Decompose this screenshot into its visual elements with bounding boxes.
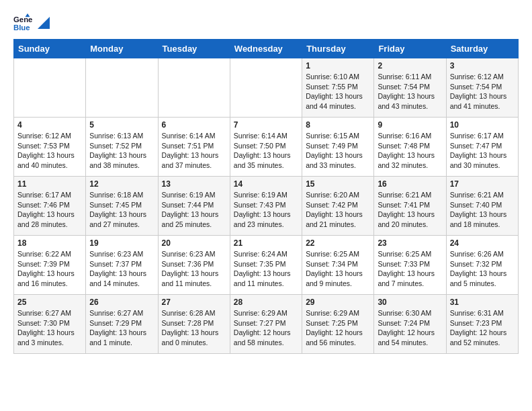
calendar-cell [14,58,86,118]
day-number: 31 [450,298,515,307]
header-tuesday: Tuesday [158,40,230,58]
day-info: Sunrise: 6:31 AMSunset: 7:23 PMDaylight:… [450,308,515,348]
day-info: Sunrise: 6:14 AMSunset: 7:50 PMDaylight:… [234,131,298,171]
day-number: 14 [234,179,298,189]
day-info: Sunrise: 6:10 AMSunset: 7:55 PMDaylight:… [306,72,370,111]
day-number: 2 [378,61,442,71]
calendar-cell: 5Sunrise: 6:13 AMSunset: 7:52 PMDaylight… [86,118,158,177]
calendar-cell: 2Sunrise: 6:11 AMSunset: 7:54 PMDaylight… [374,58,446,118]
day-number: 28 [234,298,298,307]
calendar-cell: 3Sunrise: 6:12 AMSunset: 7:54 PMDaylight… [446,58,518,118]
calendar-week-row: 25Sunrise: 6:27 AMSunset: 7:30 PMDayligh… [14,295,519,354]
logo: General Blue [13,13,50,32]
day-number: 10 [450,120,515,130]
day-number: 23 [378,238,442,248]
day-number: 8 [306,120,370,130]
calendar-cell: 23Sunrise: 6:25 AMSunset: 7:33 PMDayligh… [374,236,446,295]
header-friday: Friday [374,40,446,58]
calendar-week-row: 1Sunrise: 6:10 AMSunset: 7:55 PMDaylight… [14,58,519,118]
day-number: 24 [450,238,515,248]
day-number: 26 [89,298,154,307]
day-number: 29 [306,298,370,307]
day-info: Sunrise: 6:23 AMSunset: 7:36 PMDaylight:… [162,249,226,289]
day-number: 9 [378,120,442,130]
day-info: Sunrise: 6:27 AMSunset: 7:29 PMDaylight:… [89,308,154,348]
calendar-cell: 24Sunrise: 6:26 AMSunset: 7:32 PMDayligh… [446,236,518,295]
day-number: 22 [306,238,370,248]
calendar-week-row: 11Sunrise: 6:17 AMSunset: 7:46 PMDayligh… [14,177,519,236]
day-number: 18 [17,238,82,248]
day-number: 3 [450,61,515,71]
day-info: Sunrise: 6:25 AMSunset: 7:33 PMDaylight:… [378,249,442,289]
calendar-cell: 13Sunrise: 6:19 AMSunset: 7:44 PMDayligh… [158,177,230,236]
calendar-cell: 15Sunrise: 6:20 AMSunset: 7:42 PMDayligh… [302,177,374,236]
calendar-cell: 14Sunrise: 6:19 AMSunset: 7:43 PMDayligh… [230,177,302,236]
calendar-cell: 8Sunrise: 6:15 AMSunset: 7:49 PMDaylight… [302,118,374,177]
day-info: Sunrise: 6:12 AMSunset: 7:53 PMDaylight:… [17,131,82,171]
calendar-cell: 19Sunrise: 6:23 AMSunset: 7:37 PMDayligh… [86,236,158,295]
calendar-week-row: 18Sunrise: 6:22 AMSunset: 7:39 PMDayligh… [14,236,519,295]
calendar-cell: 1Sunrise: 6:10 AMSunset: 7:55 PMDaylight… [302,58,374,118]
calendar-cell: 26Sunrise: 6:27 AMSunset: 7:29 PMDayligh… [86,295,158,354]
calendar-cell: 30Sunrise: 6:30 AMSunset: 7:24 PMDayligh… [374,295,446,354]
day-info: Sunrise: 6:14 AMSunset: 7:51 PMDaylight:… [162,131,226,171]
calendar-cell: 21Sunrise: 6:24 AMSunset: 7:35 PMDayligh… [230,236,302,295]
day-info: Sunrise: 6:22 AMSunset: 7:39 PMDaylight:… [17,249,82,289]
svg-marker-3 [38,17,50,29]
calendar-cell: 31Sunrise: 6:31 AMSunset: 7:23 PMDayligh… [446,295,518,354]
calendar-cell: 17Sunrise: 6:21 AMSunset: 7:40 PMDayligh… [446,177,518,236]
day-number: 12 [89,179,154,189]
day-info: Sunrise: 6:15 AMSunset: 7:49 PMDaylight:… [306,131,370,171]
day-number: 20 [162,238,226,248]
calendar-cell: 18Sunrise: 6:22 AMSunset: 7:39 PMDayligh… [14,236,86,295]
day-number: 27 [162,298,226,307]
calendar-header-row: SundayMondayTuesdayWednesdayThursdayFrid… [14,40,519,58]
calendar-cell [230,58,302,118]
day-info: Sunrise: 6:30 AMSunset: 7:24 PMDaylight:… [378,308,442,348]
day-number: 4 [17,120,82,130]
calendar-cell: 27Sunrise: 6:28 AMSunset: 7:28 PMDayligh… [158,295,230,354]
day-info: Sunrise: 6:17 AMSunset: 7:46 PMDaylight:… [17,190,82,230]
logo-icon: General Blue [13,13,32,32]
day-info: Sunrise: 6:16 AMSunset: 7:48 PMDaylight:… [378,131,442,171]
day-info: Sunrise: 6:26 AMSunset: 7:32 PMDaylight:… [450,249,515,289]
day-info: Sunrise: 6:18 AMSunset: 7:45 PMDaylight:… [89,190,154,230]
day-info: Sunrise: 6:29 AMSunset: 7:25 PMDaylight:… [306,308,370,348]
calendar-cell: 22Sunrise: 6:25 AMSunset: 7:34 PMDayligh… [302,236,374,295]
calendar-cell: 9Sunrise: 6:16 AMSunset: 7:48 PMDaylight… [374,118,446,177]
calendar-cell: 11Sunrise: 6:17 AMSunset: 7:46 PMDayligh… [14,177,86,236]
svg-text:Blue: Blue [13,24,30,32]
header-saturday: Saturday [446,40,518,58]
calendar-cell [158,58,230,118]
logo-triangle-icon [38,17,50,29]
day-number: 25 [17,298,82,307]
day-info: Sunrise: 6:25 AMSunset: 7:34 PMDaylight:… [306,249,370,289]
day-number: 30 [378,298,442,307]
day-number: 1 [306,61,370,71]
day-info: Sunrise: 6:21 AMSunset: 7:40 PMDaylight:… [450,190,515,230]
day-number: 15 [306,179,370,189]
calendar-cell: 29Sunrise: 6:29 AMSunset: 7:25 PMDayligh… [302,295,374,354]
day-number: 21 [234,238,298,248]
day-info: Sunrise: 6:12 AMSunset: 7:54 PMDaylight:… [450,72,515,111]
day-info: Sunrise: 6:13 AMSunset: 7:52 PMDaylight:… [89,131,154,171]
calendar-cell [86,58,158,118]
calendar-cell: 6Sunrise: 6:14 AMSunset: 7:51 PMDaylight… [158,118,230,177]
day-info: Sunrise: 6:29 AMSunset: 7:27 PMDaylight:… [234,308,298,348]
day-number: 6 [162,120,226,130]
header-sunday: Sunday [14,40,86,58]
calendar-table: SundayMondayTuesdayWednesdayThursdayFrid… [13,39,519,354]
day-info: Sunrise: 6:20 AMSunset: 7:42 PMDaylight:… [306,190,370,230]
day-info: Sunrise: 6:23 AMSunset: 7:37 PMDaylight:… [89,249,154,289]
day-number: 17 [450,179,515,189]
day-number: 13 [162,179,226,189]
header-thursday: Thursday [302,40,374,58]
calendar-cell: 25Sunrise: 6:27 AMSunset: 7:30 PMDayligh… [14,295,86,354]
calendar-cell: 4Sunrise: 6:12 AMSunset: 7:53 PMDaylight… [14,118,86,177]
calendar-cell: 28Sunrise: 6:29 AMSunset: 7:27 PMDayligh… [230,295,302,354]
day-info: Sunrise: 6:19 AMSunset: 7:44 PMDaylight:… [162,190,226,230]
day-number: 19 [89,238,154,248]
calendar-cell: 16Sunrise: 6:21 AMSunset: 7:41 PMDayligh… [374,177,446,236]
calendar-cell: 12Sunrise: 6:18 AMSunset: 7:45 PMDayligh… [86,177,158,236]
day-number: 16 [378,179,442,189]
